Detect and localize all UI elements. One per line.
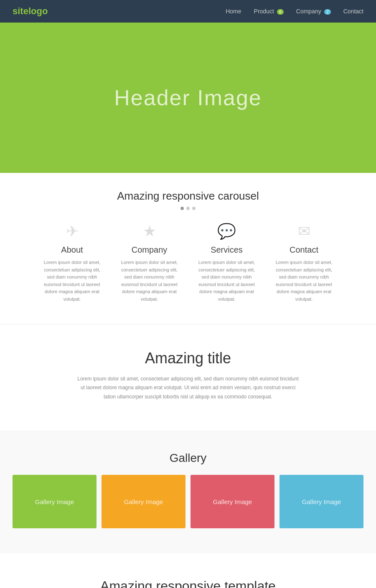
feature-company-body: Lorem ipsum dolor sit amet, consectetuer… — [117, 259, 182, 303]
feature-company-title: Company — [117, 245, 182, 255]
gallery-grid: Gallery Image Gallery Image Gallery Imag… — [13, 475, 363, 528]
template-title: Amazing responsive template — [42, 578, 334, 588]
nav-link-company[interactable]: Company — [296, 8, 321, 15]
dot-2[interactable] — [186, 207, 190, 210]
nav-link-contact[interactable]: Contact — [343, 8, 363, 15]
company-badge: 2 — [324, 9, 331, 15]
template-section: Amazing responsive template Lorem ipsum … — [0, 553, 376, 588]
nav-menu: Home Product 6 Company 2 Contact — [226, 8, 363, 15]
gallery-item-3[interactable]: Gallery Image — [191, 475, 274, 528]
feature-company: ★ Company Lorem ipsum dolor sit amet, co… — [111, 223, 188, 303]
amazing-title-section: Amazing title Lorem ipsum dolor sit amet… — [0, 324, 376, 431]
gallery-item-2[interactable]: Gallery Image — [102, 475, 185, 528]
gallery-item-4[interactable]: Gallery Image — [279, 475, 363, 528]
logo-text-site: site — [13, 6, 28, 16]
nav-link-home[interactable]: Home — [226, 8, 241, 15]
gallery-label-1: Gallery Image — [35, 498, 74, 505]
company-icon: ★ — [117, 223, 182, 240]
features-grid: ✈ About Lorem ipsum dolor sit amet, cons… — [25, 223, 351, 303]
nav-item-product[interactable]: Product 6 — [254, 8, 284, 15]
about-icon: ✈ — [40, 223, 104, 240]
feature-contact-title: Contact — [272, 245, 336, 255]
amazing-title-body: Lorem ipsum dolor sit amet, consectetuer… — [75, 375, 301, 402]
feature-contact: ✉ Contact Lorem ipsum dolor sit amet, co… — [265, 223, 343, 303]
carousel-dots — [25, 207, 351, 210]
logo-text-logo: logo — [28, 6, 48, 16]
dot-3[interactable] — [192, 207, 196, 210]
hero-title: Header Image — [114, 85, 262, 110]
nav-item-contact[interactable]: Contact — [343, 8, 363, 15]
nav-item-company[interactable]: Company 2 — [296, 8, 331, 15]
feature-about: ✈ About Lorem ipsum dolor sit amet, cons… — [33, 223, 111, 303]
nav-link-product[interactable]: Product — [254, 8, 274, 15]
gallery-label-2: Gallery Image — [124, 498, 163, 505]
feature-services-body: Lorem ipsum dolor sit amet, consectetuer… — [194, 259, 259, 303]
hero-section: Header Image — [0, 23, 376, 173]
carousel-title: Amazing responsive carousel — [25, 190, 351, 203]
feature-contact-body: Lorem ipsum dolor sit amet, consectetuer… — [272, 259, 336, 303]
carousel-section: Amazing responsive carousel ✈ About Lore… — [0, 173, 376, 324]
gallery-title: Gallery — [13, 451, 363, 465]
navbar: sitelogo Home Product 6 Company 2 Contac… — [0, 0, 376, 23]
amazing-title: Amazing title — [50, 350, 326, 367]
contact-icon: ✉ — [272, 223, 336, 240]
gallery-label-4: Gallery Image — [302, 498, 341, 505]
product-badge: 6 — [277, 9, 284, 15]
feature-services-title: Services — [194, 245, 259, 255]
gallery-section: Gallery Gallery Image Gallery Image Gall… — [0, 431, 376, 553]
dot-1[interactable] — [180, 207, 184, 210]
feature-about-title: About — [40, 245, 104, 255]
gallery-label-3: Gallery Image — [213, 498, 252, 505]
site-logo[interactable]: sitelogo — [13, 6, 48, 17]
feature-services: 💬 Services Lorem ipsum dolor sit amet, c… — [188, 223, 265, 303]
feature-about-body: Lorem ipsum dolor sit amet, consectetuer… — [40, 259, 104, 303]
gallery-item-1[interactable]: Gallery Image — [13, 475, 97, 528]
nav-item-home[interactable]: Home — [226, 8, 241, 15]
services-icon: 💬 — [194, 223, 259, 240]
